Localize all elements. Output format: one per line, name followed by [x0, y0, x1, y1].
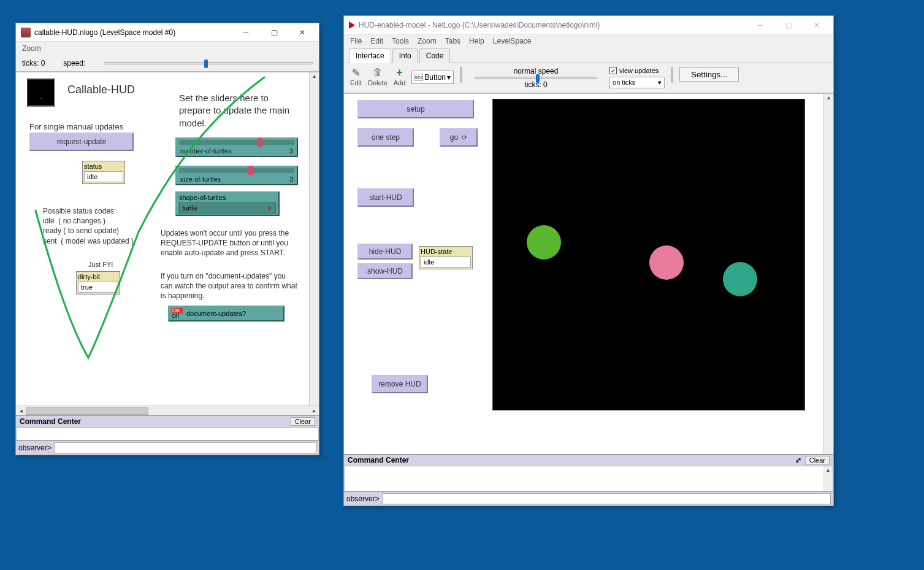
menu-tools[interactable]: Tools: [392, 37, 409, 45]
right-vertical-scrollbar[interactable]: ▴: [823, 94, 833, 454]
tool-delete[interactable]: 🗑 Delete: [368, 67, 388, 87]
speed-control: normal speed ticks: 0: [468, 67, 603, 89]
close-icon[interactable]: ✕: [803, 16, 831, 34]
updates-note: Updates won't occur until you press the …: [161, 228, 299, 258]
titlebar-right: HUD-enabled-model - NetLogo {C:\Users\wa…: [344, 16, 833, 34]
minimize-icon[interactable]: ─: [746, 16, 774, 34]
doc-updates-note: If you turn on "document-updates" you ca…: [161, 271, 299, 301]
chevron-down-icon: ▾: [447, 73, 451, 82]
tool-edit[interactable]: ✎ Edit: [350, 67, 362, 87]
window-title: HUD-enabled-model - NetLogo {C:\Users\wa…: [359, 21, 600, 29]
left-interface: · Callable-HUD For single manual updates…: [16, 72, 319, 406]
menu-file[interactable]: File: [350, 37, 362, 45]
menu-levelspace[interactable]: LevelSpace: [493, 37, 532, 45]
left-horizontal-scrollbar[interactable]: ◂ ▸: [16, 406, 319, 415]
turtle: [527, 225, 561, 260]
speed-label: speed:: [63, 59, 85, 67]
right-command-center-header: Command Center ⤢ Clear: [344, 454, 833, 466]
menu-edit[interactable]: Edit: [370, 37, 383, 45]
titlebar-left: callable-HUD.nlogo (LevelSpace model #0)…: [16, 23, 319, 42]
update-mode-dropdown[interactable]: on ticks▾: [609, 77, 665, 88]
right-clear-button[interactable]: Clear: [805, 456, 830, 464]
menu-zoom[interactable]: Zoom: [418, 37, 437, 45]
left-command-center-header: Command Center Clear: [16, 415, 319, 427]
right-window: HUD-enabled-model - NetLogo {C:\Users\wa…: [343, 15, 834, 506]
observer-label: observer>: [346, 495, 380, 503]
maximize-icon[interactable]: ▢: [260, 23, 288, 42]
turtle: [649, 245, 684, 280]
show-hud-button[interactable]: show-HUD: [357, 263, 413, 279]
tab-interface[interactable]: Interface: [349, 48, 391, 63]
view-updates-checkbox[interactable]: ✓ view updates: [609, 67, 665, 74]
right-command-output: ▴: [344, 466, 833, 491]
left-menubar: Zoom: [16, 42, 319, 55]
speed-slider[interactable]: [475, 77, 597, 79]
number-of-turtles-slider[interactable]: number-of-turtles3: [175, 137, 298, 157]
go-button[interactable]: go⟳: [440, 128, 478, 147]
size-of-turtles-slider[interactable]: size-of-turtles3: [175, 166, 298, 185]
left-command-output: [16, 427, 319, 441]
window-title: callable-HUD.nlogo (LevelSpace model #0): [34, 28, 175, 37]
left-observer-field[interactable]: [54, 442, 316, 453]
window-controls: ─ ▢ ✕: [232, 23, 316, 42]
document-updates-switch[interactable]: On Off document-updates?: [168, 306, 284, 322]
set-sliders-text: Set the sliders here to prepare to updat…: [179, 92, 302, 129]
menu-zoom[interactable]: Zoom: [22, 44, 41, 53]
hud-state-label: HUD-state: [421, 248, 471, 255]
right-command-input: observer>: [344, 491, 833, 506]
status-monitor-value: idle: [84, 171, 123, 182]
world-view[interactable]: [492, 99, 805, 410]
left-vertical-scrollbar[interactable]: ▴: [309, 72, 319, 406]
request-update-button[interactable]: request-update: [29, 133, 134, 151]
forever-icon: ⟳: [462, 134, 467, 142]
tool-add[interactable]: + Add: [394, 67, 406, 87]
maximize-icon[interactable]: ▢: [774, 16, 803, 34]
left-clear-button[interactable]: Clear: [291, 417, 315, 426]
left-command-input: observer>: [16, 441, 319, 455]
settings-button[interactable]: Settings...: [679, 67, 739, 82]
menu-tabs[interactable]: Tabs: [445, 37, 460, 45]
manual-hint: For single manual updates: [29, 121, 123, 133]
hud-state-value: idle: [421, 256, 471, 268]
dirty-bit-value: true: [78, 282, 118, 293]
one-step-button[interactable]: one step: [357, 128, 414, 147]
mini-view[interactable]: ·: [27, 79, 55, 107]
view-updates-block: ✓ view updates on ticks▾: [609, 67, 665, 88]
remove-hud-button[interactable]: remove HUD: [372, 375, 428, 393]
button-type-icon: abc: [414, 74, 423, 81]
app-icon: [21, 28, 31, 37]
hide-hud-button[interactable]: hide-HUD: [357, 244, 413, 260]
status-monitor: status idle: [82, 161, 125, 184]
minimize-icon[interactable]: ─: [232, 23, 260, 42]
heading: Callable-HUD: [67, 82, 135, 97]
widget-type-selector[interactable]: abc Button ▾: [411, 71, 454, 84]
trash-icon: 🗑: [372, 67, 383, 78]
tab-code[interactable]: Code: [419, 48, 451, 63]
shape-of-turtles-chooser[interactable]: shape-of-turtles turtle▼: [175, 191, 280, 216]
tab-info[interactable]: Info: [392, 48, 418, 63]
separator: [671, 67, 673, 83]
close-icon[interactable]: ✕: [288, 23, 316, 42]
right-observer-field[interactable]: [382, 493, 831, 504]
dirty-bit-monitor: dirty-bit true: [76, 271, 120, 295]
speed-slider[interactable]: [104, 62, 313, 64]
left-window: callable-HUD.nlogo (LevelSpace model #0)…: [15, 23, 319, 455]
menu-help[interactable]: Help: [469, 37, 484, 45]
right-interface: setup one step go⟳ start-HUD hide-HUD sh…: [344, 93, 833, 454]
just-fyi: Just FYI: [88, 260, 113, 269]
pencil-icon: ✎: [350, 67, 361, 78]
left-speed-bar: ticks: 0 speed:: [16, 55, 319, 72]
output-scrollbar[interactable]: ▴: [823, 466, 833, 491]
observer-label: observer>: [18, 444, 52, 452]
expand-icon[interactable]: ⤢: [795, 456, 801, 464]
status-monitor-label: status: [84, 163, 123, 170]
separator: [460, 67, 462, 83]
start-hud-button[interactable]: start-HUD: [357, 188, 414, 207]
setup-button[interactable]: setup: [357, 100, 474, 118]
window-controls: ─ ▢ ✕: [746, 16, 831, 34]
chevron-down-icon: ▾: [658, 79, 662, 87]
status-codes-text: Possible status codes: idle ( no changes…: [43, 206, 134, 246]
plus-icon: +: [394, 67, 405, 78]
hud-state-monitor: HUD-state idle: [419, 246, 473, 269]
checkbox-icon: ✓: [609, 67, 617, 74]
